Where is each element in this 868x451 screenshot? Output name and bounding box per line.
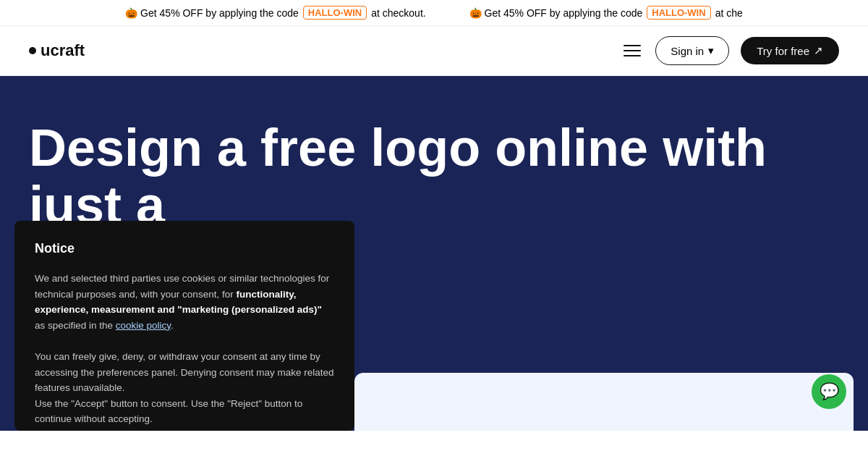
try-label: Try for free xyxy=(757,45,809,57)
signin-label: Sign in xyxy=(671,45,704,57)
navbar: ucraft Sign in ▾ Try for free ↗ xyxy=(0,26,868,76)
logo[interactable]: ucraft xyxy=(29,41,85,60)
announcement-bar: 🎃 Get 45% OFF by applying the code HALLO… xyxy=(0,0,868,26)
hamburger-line-2 xyxy=(624,50,641,51)
try-arrow-icon: ↗ xyxy=(814,44,823,57)
try-for-free-button[interactable]: Try for free ↗ xyxy=(741,37,839,64)
hero-section: Design a free logo online with just a an… xyxy=(0,76,868,431)
announcement-item-1: 🎃 Get 45% OFF by applying the code HALLO… xyxy=(125,6,425,20)
hamburger-line-3 xyxy=(624,55,641,56)
logo-dot xyxy=(29,47,36,54)
cookie-notice-title: Notice xyxy=(35,241,334,256)
hamburger-button[interactable] xyxy=(621,42,644,59)
signin-button[interactable]: Sign in ▾ xyxy=(655,36,729,65)
announcement-item-2: 🎃 Get 45% OFF by applying the code HALLO… xyxy=(469,6,743,20)
logo-text: ucraft xyxy=(41,41,85,60)
chat-icon: 💬 xyxy=(820,382,839,401)
cookie-bold-text: functionality, experience, measurement a… xyxy=(35,289,322,316)
hamburger-line-1 xyxy=(624,45,641,46)
announcement-text-1: 🎃 Get 45% OFF by applying the code xyxy=(125,7,299,19)
promo-code-1: HALLO-WIN xyxy=(303,6,367,20)
chat-bubble[interactable]: 💬 xyxy=(812,374,846,409)
cookie-policy-link[interactable]: cookie policy xyxy=(116,320,171,331)
nav-right: Sign in ▾ Try for free ↗ xyxy=(621,36,839,65)
signin-arrow-icon: ▾ xyxy=(708,44,714,57)
promo-code-2: HALLO-WIN xyxy=(647,6,710,20)
hero-title: Design a free logo online with just a xyxy=(29,119,825,234)
announcement-suffix-1: at checkout. xyxy=(371,7,426,19)
announcement-suffix-2: at che xyxy=(715,7,743,19)
cookie-consent-modal: Notice We and selected third parties use… xyxy=(14,221,354,431)
preview-bar xyxy=(354,373,854,431)
announcement-text-2: 🎃 Get 45% OFF by applying the code xyxy=(469,7,643,19)
cookie-body-text: We and selected third parties use cookie… xyxy=(35,271,334,427)
